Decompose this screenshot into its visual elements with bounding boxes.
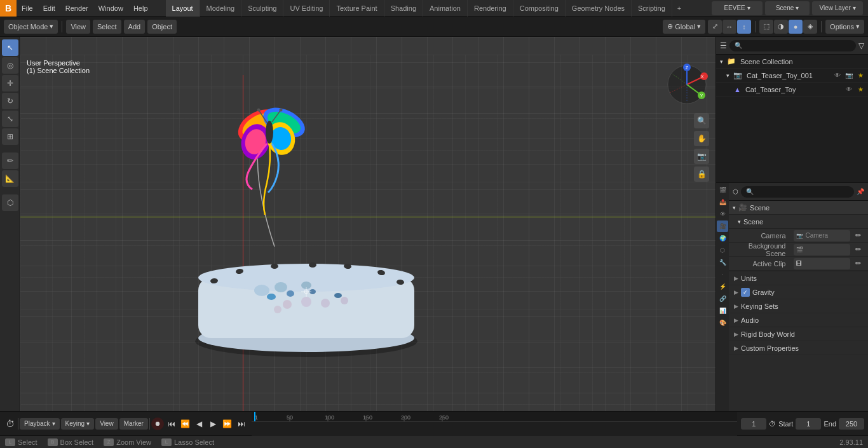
zoom-to-region[interactable]: 🔍 xyxy=(694,113,709,128)
tool-move[interactable]: ✛ xyxy=(2,75,18,92)
gravity-checkbox[interactable]: ✓ xyxy=(741,288,750,297)
view-menu-btn[interactable]: View xyxy=(66,20,90,34)
tab-sculpting[interactable]: Sculpting xyxy=(241,0,283,17)
end-frame-input[interactable]: 250 xyxy=(839,418,864,430)
timeline-tracks[interactable] xyxy=(252,422,737,436)
tab-rendering[interactable]: Rendering xyxy=(468,0,513,17)
tool-add[interactable]: ⬡ xyxy=(2,194,18,211)
viewport-shade-3[interactable]: ● xyxy=(789,20,803,34)
transform-icon-2[interactable]: ↔ xyxy=(722,20,736,34)
axis-orientation-widget[interactable]: X Y Z xyxy=(665,62,709,107)
props-tab-render[interactable]: 🎬 xyxy=(717,184,728,196)
menu-file[interactable]: File xyxy=(17,0,38,17)
props-tab-data[interactable]: 📊 xyxy=(717,305,728,316)
tab-layout[interactable]: Layout xyxy=(166,0,200,17)
visibility-toggle[interactable]: 👁 xyxy=(832,71,843,81)
object-menu-btn[interactable]: Object xyxy=(147,20,177,34)
viewport-shade-4[interactable]: ◈ xyxy=(803,20,817,34)
tab-compositing[interactable]: Compositing xyxy=(513,0,566,17)
outliner-cat-teaser-001[interactable]: ▾ 📷 Cat_Teaser_Toy_001 👁 📷 ★ xyxy=(716,69,868,83)
engine-dropdown[interactable]: EEVEE ▾ xyxy=(712,1,763,15)
tab-uv-editing[interactable]: UV Editing xyxy=(283,0,330,17)
menu-window[interactable]: Window xyxy=(93,0,128,17)
props-tab-scene[interactable]: 🎥 xyxy=(717,221,728,232)
tool-measure[interactable]: 📐 xyxy=(2,170,18,187)
background-scene-field[interactable]: 🎬 xyxy=(794,244,851,255)
camera-view[interactable]: 📷 xyxy=(694,149,709,164)
select-menu-btn[interactable]: Select xyxy=(93,20,121,34)
camera-eyedropper[interactable]: ✏ xyxy=(853,231,863,241)
props-tab-output[interactable]: 📤 xyxy=(717,196,728,208)
audio-section[interactable]: ▶ Audio xyxy=(729,313,868,327)
menu-render[interactable]: Render xyxy=(60,0,93,17)
props-tab-particles[interactable]: · xyxy=(717,269,728,280)
props-tab-constraints[interactable]: 🔗 xyxy=(717,293,728,304)
start-frame-input[interactable]: 1 xyxy=(796,418,821,430)
add-menu-btn[interactable]: Add xyxy=(124,20,146,34)
transform-icon-1[interactable]: ⤢ xyxy=(708,20,722,34)
viewport-shade-1[interactable]: ⬚ xyxy=(759,20,773,34)
select-toggle[interactable]: ★ xyxy=(855,71,865,81)
move-view[interactable]: ✋ xyxy=(694,131,709,146)
outliner-cat-teaser[interactable]: ▲ Cat_Teaser_Toy 👁 ★ xyxy=(716,83,868,97)
props-search-input[interactable]: 🔍 xyxy=(741,186,854,198)
gravity-section[interactable]: ▶ ✓ Gravity xyxy=(729,285,868,299)
keying-menu-btn[interactable]: Keying ▾ xyxy=(61,418,95,430)
props-tab-physics[interactable]: ⚡ xyxy=(717,281,728,292)
tab-shading[interactable]: Shading xyxy=(384,0,423,17)
prev-frame-btn[interactable]: ⏪ xyxy=(179,417,192,430)
props-tab-view[interactable]: 👁 xyxy=(717,208,728,220)
outliner-filter-icon[interactable]: ▽ xyxy=(858,41,864,50)
units-section[interactable]: ▶ Units xyxy=(729,271,868,285)
tool-rotate[interactable]: ↻ xyxy=(2,93,18,109)
props-tab-material[interactable]: 🎨 xyxy=(717,317,728,329)
props-tab-object[interactable]: ⬡ xyxy=(717,245,728,256)
tool-scale[interactable]: ⤡ xyxy=(2,111,18,127)
tab-modeling[interactable]: Modeling xyxy=(200,0,242,17)
keying-sets-section[interactable]: ▶ Keying Sets xyxy=(729,299,868,313)
tab-animation[interactable]: Animation xyxy=(423,0,468,17)
playback-menu-btn[interactable]: Playback ▾ xyxy=(20,418,60,430)
mesh-render[interactable]: ★ xyxy=(855,85,865,95)
tool-select[interactable]: ↖ xyxy=(2,39,18,56)
active-clip-field[interactable]: 🎞 xyxy=(794,258,851,269)
tool-annotate[interactable]: ✏ xyxy=(2,153,18,169)
render-toggle[interactable]: 📷 xyxy=(844,71,854,81)
timeline-ruler[interactable]: 1 50 100 150 200 250 xyxy=(252,412,737,436)
record-btn[interactable]: ⏺ xyxy=(151,417,164,430)
outliner-scene-collection[interactable]: ▾ 📁 Scene Collection xyxy=(716,55,868,69)
outliner-search[interactable]: 🔍 xyxy=(729,40,856,51)
custom-properties-section[interactable]: ▶ Custom Properties xyxy=(729,341,868,355)
camera-field[interactable]: 📷 Camera xyxy=(794,230,851,241)
object-mode-btn[interactable]: Object Mode ▾ xyxy=(4,20,58,34)
transform-icon-3[interactable]: ↕ xyxy=(737,20,751,34)
options-btn[interactable]: Options ▾ xyxy=(825,20,864,34)
jump-start-btn[interactable]: ⏮ xyxy=(165,417,178,430)
next-frame-btn[interactable]: ⏩ xyxy=(221,417,234,430)
active-clip-icon[interactable]: ✏ xyxy=(853,259,863,269)
scene-selector[interactable]: Scene ▾ xyxy=(765,1,810,15)
rigid-body-world-section[interactable]: ▶ Rigid Body World xyxy=(729,327,868,341)
tab-texture-paint[interactable]: Texture Paint xyxy=(330,0,384,17)
marker-menu-btn[interactable]: Marker xyxy=(119,418,148,430)
menu-edit[interactable]: Edit xyxy=(38,0,60,17)
props-pin-icon[interactable]: 📌 xyxy=(857,188,864,195)
menu-help[interactable]: Help xyxy=(128,0,153,17)
current-frame-display[interactable]: 1 xyxy=(741,418,766,430)
lock-camera[interactable]: 🔒 xyxy=(694,166,709,182)
tool-cursor[interactable]: ◎ xyxy=(2,57,18,74)
props-tab-world[interactable]: 🌍 xyxy=(717,233,728,244)
tab-add-button[interactable]: + xyxy=(672,0,686,17)
transform-space-btn[interactable]: ⊕ Global ▾ xyxy=(663,20,705,34)
jump-end-btn[interactable]: ⏭ xyxy=(235,417,248,430)
tool-transform[interactable]: ⊞ xyxy=(2,128,18,145)
mesh-visibility[interactable]: 👁 xyxy=(844,85,854,95)
play-btn[interactable]: ▶ xyxy=(207,417,220,430)
viewport-3d[interactable]: User Perspective (1) Scene Collection xyxy=(20,37,715,411)
bg-scene-icon[interactable]: ✏ xyxy=(853,245,863,255)
props-tab-modifier[interactable]: 🔧 xyxy=(717,257,728,268)
scene-inner-header[interactable]: ▾ Scene xyxy=(729,215,868,229)
view-layer-selector[interactable]: View Layer ▾ xyxy=(812,1,863,15)
viewport-shade-2[interactable]: ◑ xyxy=(774,20,788,34)
timeline-mode-icon[interactable]: ⏱ xyxy=(4,417,17,430)
